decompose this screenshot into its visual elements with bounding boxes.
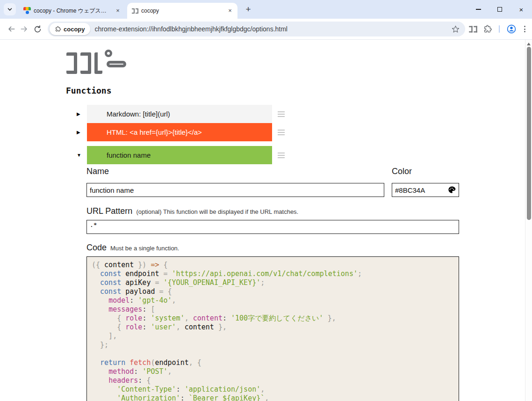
forward-button[interactable]	[18, 22, 31, 36]
drag-handle-icon[interactable]	[278, 128, 285, 137]
expand-arrow-icon[interactable]: ▶	[77, 130, 87, 135]
function-row[interactable]: function name	[87, 146, 272, 164]
page-content: Functions ▶ Markdown: [title](url) ▶ HTM…	[0, 40, 532, 401]
maximize-button[interactable]	[489, 0, 510, 19]
vertical-scrollbar[interactable]	[525, 40, 532, 401]
tab-title: cocopy	[141, 7, 223, 14]
arrow-left-icon	[7, 24, 16, 34]
puzzle-piece-icon	[483, 24, 492, 34]
page-title: Functions	[66, 86, 112, 95]
extensions-button[interactable]	[483, 24, 492, 34]
function-item: ▶ Markdown: [title](url)	[77, 105, 285, 123]
function-row[interactable]: HTML: <a href={url}>{title}</a>	[87, 123, 272, 141]
window-controls: ×	[467, 0, 532, 19]
cocopy-favicon-icon	[132, 8, 138, 14]
chrome-webstore-icon	[23, 7, 31, 15]
url-text[interactable]: chrome-extension://ihnfodlbkhgjnbheemjhk…	[95, 25, 448, 33]
function-row[interactable]: Markdown: [title](url)	[87, 105, 272, 123]
scrollbar-thumb[interactable]	[527, 47, 531, 220]
browser-toolbar: cocopy chrome-extension://ihnfodlbkhgjnb…	[0, 19, 532, 40]
code-editor[interactable]: ({ content }) => { const endpoint = 'htt…	[86, 256, 459, 401]
minimize-button[interactable]	[467, 0, 489, 19]
tab-title: cocopy - Chrome ウェブストア	[34, 7, 111, 15]
cocopy-logo	[66, 50, 137, 75]
profile-avatar-icon	[506, 24, 517, 34]
function-item: ▶ HTML: <a href={url}>{title}</a>	[77, 123, 285, 141]
profile-button[interactable]	[506, 24, 517, 34]
palette-icon[interactable]	[448, 186, 456, 196]
tab-search-button[interactable]	[4, 3, 16, 15]
tab-close-icon[interactable]: ×	[226, 7, 234, 15]
name-label: Name	[86, 167, 109, 176]
tab-close-icon[interactable]: ×	[114, 7, 122, 15]
drag-handle-icon[interactable]	[278, 110, 285, 118]
url-pattern-hint: (optional) This function will be display…	[136, 208, 298, 215]
tab-webstore[interactable]: cocopy - Chrome ウェブストア ×	[19, 3, 125, 19]
puzzle-piece-icon	[55, 26, 61, 32]
menu-dots-icon[interactable]	[523, 25, 526, 33]
address-bar[interactable]: cocopy chrome-extension://ihnfodlbkhgjnb…	[48, 22, 465, 36]
code-hint: Must be a single function.	[110, 245, 179, 252]
chevron-down-icon	[7, 7, 13, 12]
function-label: function name	[107, 151, 151, 159]
color-label: Color	[392, 167, 412, 176]
expand-arrow-icon[interactable]: ▶	[77, 111, 87, 117]
new-tab-button[interactable]: +	[243, 4, 253, 15]
back-button[interactable]	[5, 22, 18, 36]
function-label: HTML: <a href={url}>{title}</a>	[107, 128, 202, 136]
url-pattern-input[interactable]	[86, 220, 459, 234]
reload-button[interactable]	[31, 22, 44, 36]
bookmark-star-icon[interactable]	[452, 25, 460, 33]
expand-arrow-icon[interactable]: ▼	[77, 153, 87, 158]
tab-cocopy[interactable]: cocopy ×	[127, 3, 237, 19]
url-pattern-label: URL Pattern(optional) This function will…	[86, 206, 298, 216]
name-input[interactable]	[86, 183, 384, 197]
color-field	[392, 183, 459, 197]
extension-chip-label: cocopy	[64, 26, 85, 33]
drag-handle-icon[interactable]	[278, 151, 285, 160]
reload-icon	[33, 25, 42, 34]
tab-strip: cocopy - Chrome ウェブストア × cocopy × + ×	[0, 0, 532, 19]
browser-window: cocopy - Chrome ウェブストア × cocopy × + ×	[0, 0, 532, 401]
close-button[interactable]: ×	[510, 0, 532, 19]
arrow-right-icon	[20, 24, 29, 34]
toolbar-divider	[499, 25, 500, 33]
function-label: Markdown: [title](url)	[107, 110, 170, 118]
function-item: ▼ function name	[77, 146, 285, 164]
code-label: CodeMust be a single function.	[86, 243, 179, 253]
cocopy-extension-icon[interactable]	[469, 26, 477, 32]
scroll-up-arrow-icon[interactable]	[527, 43, 531, 45]
extension-name-chip[interactable]: cocopy	[50, 23, 90, 35]
